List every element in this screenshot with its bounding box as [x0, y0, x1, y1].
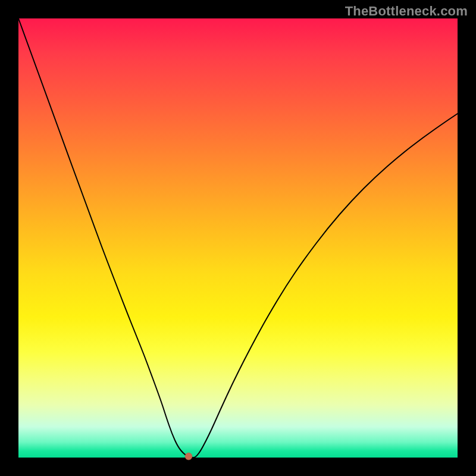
chart-frame: TheBottleneck.com: [0, 0, 476, 476]
bottleneck-curve: [18, 18, 458, 458]
watermark-text: TheBottleneck.com: [345, 4, 468, 19]
min-point-marker: [185, 453, 192, 460]
plot-area: [18, 18, 458, 458]
curve-svg: [18, 18, 458, 458]
